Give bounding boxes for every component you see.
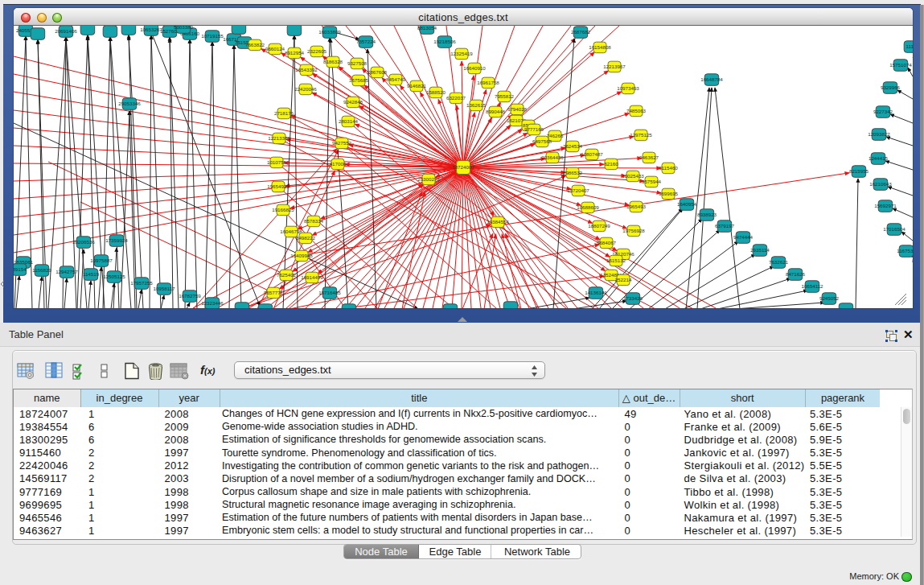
svg-text:1362615: 1362615 bbox=[466, 102, 487, 108]
svg-text:10973493: 10973493 bbox=[617, 85, 639, 91]
svg-text:16409948: 16409948 bbox=[290, 253, 313, 258]
svg-text:12323446: 12323446 bbox=[201, 300, 224, 306]
svg-text:3624534: 3624534 bbox=[563, 143, 583, 149]
svg-text:1167534: 1167534 bbox=[897, 248, 913, 253]
svg-text:8186328: 8186328 bbox=[323, 59, 343, 64]
svg-text:16914479: 16914479 bbox=[301, 274, 323, 280]
svg-text:10688609: 10688609 bbox=[577, 204, 599, 210]
svg-text:10807487: 10807487 bbox=[581, 151, 603, 157]
svg-text:8813054: 8813054 bbox=[417, 26, 437, 31]
svg-text:6322037: 6322037 bbox=[446, 95, 466, 101]
svg-text:19756928: 19756928 bbox=[622, 228, 645, 233]
svg-text:3675685: 3675685 bbox=[349, 77, 369, 83]
svg-text:19218506: 19218506 bbox=[433, 39, 456, 44]
svg-text:8990448: 8990448 bbox=[486, 109, 506, 114]
svg-text:114519: 114519 bbox=[83, 271, 100, 277]
svg-text:17957255: 17957255 bbox=[130, 280, 153, 286]
svg-text:6379197: 6379197 bbox=[715, 223, 735, 229]
svg-text:1615132: 1615132 bbox=[606, 257, 626, 263]
svg-text:18807249: 18807249 bbox=[588, 223, 610, 229]
svg-text:9327508: 9327508 bbox=[347, 60, 368, 66]
svg-text:7357224: 7357224 bbox=[356, 39, 376, 44]
svg-text:746266: 746266 bbox=[547, 133, 564, 138]
svg-text:7986532: 7986532 bbox=[563, 170, 583, 175]
svg-text:19654925: 19654925 bbox=[267, 183, 290, 189]
svg-text:20691406: 20691406 bbox=[55, 28, 77, 34]
svg-text:8938923: 8938923 bbox=[697, 212, 717, 217]
svg-text:8215955: 8215955 bbox=[849, 168, 869, 174]
svg-text:2322605: 2322605 bbox=[307, 48, 327, 54]
svg-text:18724007: 18724007 bbox=[452, 164, 474, 170]
svg-text:20206536: 20206536 bbox=[72, 239, 95, 245]
svg-text:252214: 252214 bbox=[615, 277, 632, 282]
svg-text:2935114: 2935114 bbox=[750, 247, 770, 253]
svg-text:2687682: 2687682 bbox=[571, 29, 591, 35]
svg-text:17016504: 17016504 bbox=[883, 226, 906, 232]
svg-text:16046798: 16046798 bbox=[280, 229, 302, 234]
svg-text:10975887: 10975887 bbox=[90, 257, 113, 263]
svg-text:9146821: 9146821 bbox=[407, 83, 427, 89]
svg-text:9660124: 9660124 bbox=[265, 46, 285, 51]
svg-text:9242848: 9242848 bbox=[343, 99, 363, 105]
svg-text:9463627: 9463627 bbox=[639, 154, 659, 160]
svg-text:16210643: 16210643 bbox=[869, 181, 892, 187]
svg-text:12213967: 12213967 bbox=[603, 64, 626, 69]
svg-text:10654112: 10654112 bbox=[801, 283, 823, 289]
svg-text:15716485: 15716485 bbox=[318, 290, 341, 295]
svg-text:9657771: 9657771 bbox=[264, 290, 284, 295]
svg-text:2718176: 2718176 bbox=[274, 110, 294, 116]
svg-text:1965493: 1965493 bbox=[626, 204, 647, 209]
svg-text:16033809: 16033809 bbox=[318, 29, 341, 35]
svg-text:7955812: 7955812 bbox=[495, 93, 515, 99]
svg-text:8912954: 8912954 bbox=[285, 50, 305, 56]
svg-text:12942757: 12942757 bbox=[55, 269, 78, 274]
svg-text:9575944: 9575944 bbox=[642, 179, 662, 184]
svg-text:1244415: 1244415 bbox=[869, 155, 889, 161]
svg-text:1010755: 1010755 bbox=[267, 159, 287, 165]
svg-text:12975125: 12975125 bbox=[630, 132, 652, 138]
svg-text:8454749: 8454749 bbox=[386, 76, 406, 82]
svg-text:12325419: 12325419 bbox=[450, 51, 473, 56]
svg-text:9329966: 9329966 bbox=[881, 84, 901, 90]
svg-text:19166825: 19166825 bbox=[272, 207, 294, 212]
svg-text:3498222: 3498222 bbox=[296, 235, 316, 241]
svg-text:9115460: 9115460 bbox=[659, 165, 678, 171]
svg-text:1588520: 1588520 bbox=[426, 89, 446, 95]
svg-text:9684067: 9684067 bbox=[597, 240, 617, 245]
svg-text:22420046: 22420046 bbox=[294, 86, 317, 92]
svg-text:39154: 39154 bbox=[14, 266, 27, 272]
svg-text:16543392: 16543392 bbox=[295, 67, 318, 72]
svg-text:62160: 62160 bbox=[604, 161, 618, 167]
svg-text:417006: 417006 bbox=[330, 161, 347, 167]
svg-text:16154808: 16154808 bbox=[589, 44, 611, 50]
svg-text:19384554: 19384554 bbox=[487, 219, 509, 225]
svg-text:9245052: 9245052 bbox=[819, 295, 840, 301]
svg-text:2803144: 2803144 bbox=[339, 118, 359, 124]
svg-text:10719155: 10719155 bbox=[201, 33, 224, 39]
svg-text:6497568: 6497568 bbox=[532, 138, 552, 144]
svg-text:9474444: 9474444 bbox=[733, 234, 754, 240]
svg-text:16640910: 16640910 bbox=[463, 65, 486, 71]
svg-text:12505125: 12505125 bbox=[103, 274, 125, 279]
svg-text:6794028: 6794028 bbox=[507, 106, 528, 112]
svg-text:15751074: 15751074 bbox=[889, 62, 912, 68]
svg-text:9427552: 9427552 bbox=[332, 140, 352, 146]
svg-text:10958117: 10958117 bbox=[153, 286, 175, 291]
svg-text:9227342: 9227342 bbox=[873, 109, 893, 114]
svg-text:17359924: 17359924 bbox=[105, 237, 128, 243]
svg-text:25300275: 25300275 bbox=[417, 176, 440, 182]
svg-text:9777169: 9777169 bbox=[524, 126, 544, 132]
svg-text:5003380: 5003380 bbox=[174, 26, 194, 30]
svg-text:16648784: 16648784 bbox=[700, 76, 723, 82]
svg-text:7625402: 7625402 bbox=[277, 272, 297, 278]
svg-text:2867608: 2867608 bbox=[368, 69, 388, 75]
svg-text:12093822: 12093822 bbox=[868, 131, 890, 137]
svg-text:1117: 1117 bbox=[906, 43, 913, 49]
svg-text:7663822: 7663822 bbox=[245, 42, 265, 47]
svg-text:7485063: 7485063 bbox=[626, 108, 647, 113]
svg-text:1733426: 1733426 bbox=[623, 295, 643, 301]
svg-text:8578334: 8578334 bbox=[304, 218, 324, 224]
svg-text:10025433: 10025433 bbox=[622, 173, 644, 179]
svg-text:12213369: 12213369 bbox=[268, 135, 290, 141]
svg-text:15692971: 15692971 bbox=[874, 203, 897, 208]
